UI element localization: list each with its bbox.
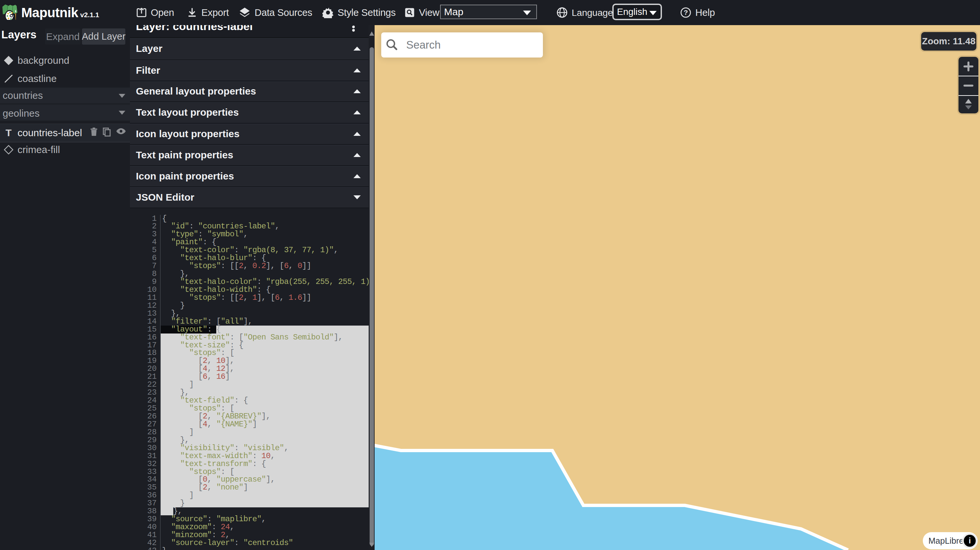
svg-text:?: ?: [684, 9, 688, 16]
